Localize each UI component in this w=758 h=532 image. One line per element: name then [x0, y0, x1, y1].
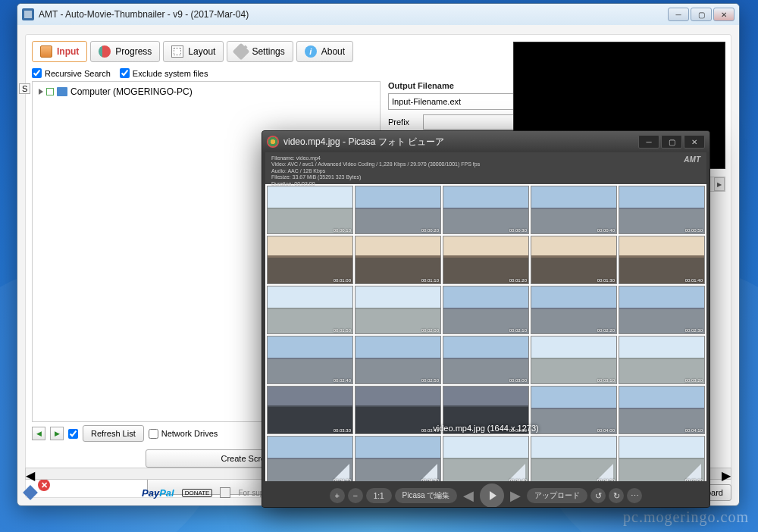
map-corner-icon [509, 464, 525, 480]
thumbnail[interactable] [355, 186, 441, 234]
thumbnail[interactable] [355, 286, 441, 334]
input-icon [40, 45, 52, 58]
thumbnail[interactable] [443, 286, 529, 334]
rotate-cw-button[interactable]: ↻ [609, 488, 624, 503]
thumbnail[interactable] [355, 236, 441, 284]
refresh-list-button[interactable]: Refresh List [83, 425, 144, 442]
watermark: pc.mogeringo.com [623, 509, 749, 526]
picasa-body: Filename: video.mp4 Video: AVC / avc1 / … [265, 152, 706, 481]
thumbnail[interactable] [267, 336, 353, 384]
recycle-icon[interactable] [220, 487, 230, 498]
picasa-close-button[interactable]: ✕ [684, 135, 705, 149]
tab-about-label: About [321, 46, 345, 57]
computer-icon [57, 87, 67, 96]
thumbnail[interactable] [443, 236, 529, 284]
network-drives-label: Network Drives [161, 429, 218, 438]
thumbnail[interactable] [267, 436, 353, 481]
thumbnail[interactable] [267, 236, 353, 284]
thumbnail[interactable] [267, 286, 353, 334]
more-button[interactable]: ⋯ [627, 488, 642, 503]
tab-settings-label: Settings [252, 46, 284, 57]
upload-button[interactable]: アップロード [527, 488, 587, 503]
network-drives-input[interactable] [149, 429, 158, 439]
zoom-in-button[interactable]: + [330, 488, 345, 503]
combo-value: Input-Filename.ext [392, 97, 461, 106]
tab-progress[interactable]: Progress [90, 41, 160, 62]
minimize-button[interactable]: ─ [668, 8, 689, 21]
refresh-checkbox[interactable] [68, 429, 78, 439]
recursive-checkbox-input[interactable] [32, 68, 42, 78]
donate-button[interactable]: DONATE [182, 489, 213, 497]
settings-icon [233, 43, 250, 61]
thumbnail[interactable] [355, 386, 441, 434]
tree-s-button[interactable]: S [19, 83, 30, 94]
zoom-out-button[interactable]: − [348, 488, 363, 503]
thumbnail[interactable] [443, 186, 529, 234]
thumbnail[interactable] [267, 186, 353, 234]
picasa-icon [267, 136, 279, 148]
map-corner-icon [597, 464, 613, 480]
thumbnail[interactable] [355, 436, 441, 481]
tree-computer-label: Computer (MOGERINGO-PC) [70, 86, 193, 97]
output-filename-combo[interactable]: Input-Filename.ext [388, 93, 525, 110]
close-button[interactable]: ✕ [713, 8, 735, 21]
play-button[interactable] [480, 483, 504, 508]
thumbnail[interactable] [531, 236, 617, 284]
paypal-logo[interactable]: PayPal [142, 487, 174, 499]
app-icon [22, 8, 34, 20]
resolution-overlay: video.mp4.jpg (1644 x 1273) [433, 424, 538, 433]
tree-checkbox[interactable] [46, 88, 54, 95]
maximize-button[interactable]: ▢ [691, 8, 712, 21]
prev-button[interactable]: ◀ [460, 487, 477, 504]
recursive-search-checkbox[interactable]: Recursive Search [32, 68, 111, 78]
picasa-titlebar[interactable]: video.mp4.jpg - Picasa フォト ビューア ─ ▢ ✕ [262, 131, 709, 152]
thumbnail[interactable] [619, 336, 705, 384]
rotate-ccw-button[interactable]: ↺ [590, 488, 606, 503]
tree-forward-button[interactable]: ▶ [50, 427, 64, 440]
main-scroll-right[interactable]: ▶ [722, 468, 731, 479]
thumbnail[interactable] [531, 436, 617, 481]
thumbnail[interactable] [443, 436, 529, 481]
thumbnail[interactable] [619, 186, 705, 234]
zoom-1to1-button[interactable]: 1:1 [366, 488, 392, 503]
tab-about[interactable]: i About [296, 41, 353, 62]
recursive-label: Recursive Search [45, 69, 111, 78]
thumbnail[interactable] [531, 336, 617, 384]
exclude-checkbox-input[interactable] [120, 68, 130, 78]
thumbnail[interactable] [619, 386, 705, 434]
main-scroll-left[interactable]: ◀ [26, 468, 35, 479]
amt-logo: AMT [684, 155, 700, 181]
picasa-viewer-window: video.mp4.jpg - Picasa フォト ビューア ─ ▢ ✕ Fi… [262, 130, 710, 508]
tab-input[interactable]: Input [32, 41, 87, 62]
tree-item-computer[interactable]: Computer (MOGERINGO-PC) [36, 85, 377, 99]
about-icon: i [305, 45, 317, 58]
tab-settings[interactable]: Settings [227, 41, 293, 62]
exclude-system-checkbox[interactable]: Exclude system files [120, 68, 208, 78]
thumbnail[interactable] [619, 236, 705, 284]
thumbnail-grid [265, 184, 706, 481]
layout-icon [171, 45, 183, 58]
picasa-toolbar: + − 1:1 Picasa で編集 ◀ ▶ アップロード ↺ ↻ ⋯ [262, 484, 709, 507]
prefix-label: Prefix [388, 117, 417, 127]
tree-back-button[interactable]: ◀ [32, 427, 45, 440]
picasa-minimize-button[interactable]: ─ [638, 135, 659, 149]
scroll-right-icon[interactable]: ▶ [714, 177, 725, 191]
thumbnail[interactable] [531, 286, 617, 334]
meta-video: Video: AVC / avc1 / Advanced Video Codin… [271, 161, 480, 167]
thumbnail[interactable] [619, 286, 705, 334]
thumbnail[interactable] [267, 386, 353, 434]
picasa-edit-button[interactable]: Picasa で編集 [395, 488, 458, 503]
thumbnail[interactable] [355, 336, 441, 384]
network-drives-checkbox[interactable]: Network Drives [149, 429, 218, 439]
thumbnail[interactable] [443, 336, 529, 384]
pin-icon[interactable] [23, 485, 38, 500]
main-titlebar[interactable]: AMT - Auto-Movie-Thumbnailer - v9 - (201… [17, 4, 739, 25]
expand-icon[interactable] [39, 89, 43, 95]
thumbnail[interactable] [619, 436, 705, 481]
meta-filesize: Filesize: 33.67 MiB (35291 323 Bytes) [271, 174, 480, 180]
next-button[interactable]: ▶ [507, 487, 524, 504]
thumbnail[interactable] [531, 186, 617, 234]
thumbnail[interactable] [531, 386, 617, 434]
tab-layout[interactable]: Layout [163, 41, 224, 62]
picasa-maximize-button[interactable]: ▢ [661, 135, 682, 149]
